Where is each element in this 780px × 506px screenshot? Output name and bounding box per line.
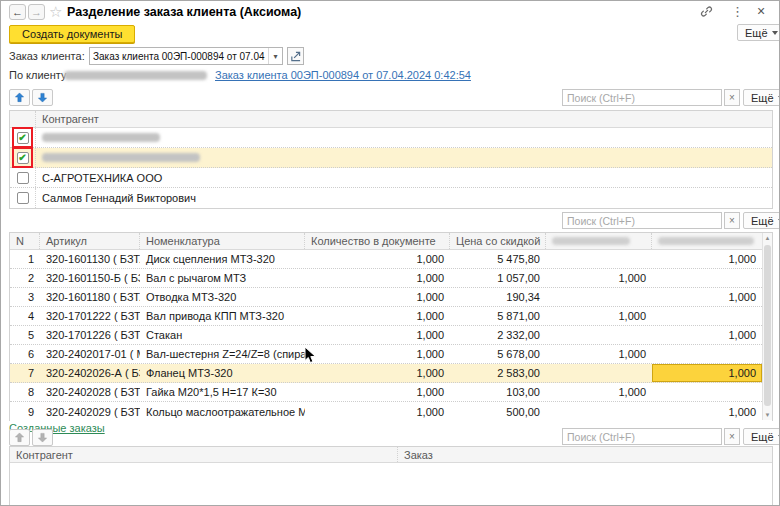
contractor-name-cell: С-АГРОТЕХНИКА ООО — [36, 168, 772, 187]
cell-nomenclature: Вал привода КПП МТЗ-320 — [140, 307, 305, 325]
cell-n: 9 — [10, 402, 40, 421]
column-header-contractor: Контрагент — [10, 447, 398, 462]
move-up-button[interactable] — [9, 89, 30, 106]
cell-contractor2-qty[interactable] — [652, 307, 762, 325]
arrow-down-icon — [37, 432, 48, 443]
window-menu-kebab-icon[interactable]: ⋮ — [731, 5, 744, 19]
cell-contractor1-qty[interactable] — [546, 326, 652, 344]
order-field-label: Заказ клиента: — [9, 50, 85, 62]
cell-contractor2-qty[interactable]: 1,000 — [652, 402, 762, 421]
cell-n: 7 — [10, 364, 40, 382]
cell-qty: 1,000 — [305, 288, 450, 306]
cell-contractor2-qty-active[interactable]: 1,000 — [652, 364, 762, 382]
cell-contractor1-qty[interactable] — [546, 288, 652, 306]
contractor-checkbox-unchecked[interactable] — [17, 192, 29, 204]
contractor-row[interactable]: С-АГРОТЕХНИКА ООО — [10, 168, 772, 188]
cell-price: 2 583,00 — [450, 364, 546, 382]
create-documents-button[interactable]: Создать документы — [9, 25, 135, 43]
cell-contractor2-qty[interactable] — [652, 383, 762, 401]
cell-qty: 1,000 — [305, 269, 450, 287]
cell-contractor2-qty[interactable] — [652, 269, 762, 287]
cell-price: 103,00 — [450, 383, 546, 401]
items-more-button[interactable]: Ещё — [743, 212, 780, 229]
created-orders-search-clear-button[interactable]: × — [724, 428, 740, 445]
favorite-star-icon[interactable]: ☆ — [49, 4, 62, 19]
get-link-icon[interactable] — [700, 5, 713, 20]
contractors-more-button[interactable]: Ещё — [743, 89, 780, 106]
scroll-down-icon[interactable]: ▼ — [763, 412, 772, 418]
contractor-checkbox-cell: ✔ — [10, 148, 36, 167]
items-search-input[interactable] — [562, 212, 722, 229]
cell-qty: 1,000 — [305, 345, 450, 363]
item-row[interactable]: 9 320-2402029 ( БЗТ... Кольцо маслоотраж… — [10, 402, 772, 421]
cell-article: 320-1601150-Б ( БЗ... — [40, 269, 140, 287]
order-link[interactable]: Заказ клиента 00ЭП-000894 от 07.04.2024 … — [215, 69, 471, 81]
cell-contractor1-qty[interactable]: 1,000 — [546, 345, 652, 363]
contractor-name-cell — [36, 148, 772, 167]
scroll-up-icon[interactable]: ▲ — [763, 235, 772, 241]
redacted-column-title — [658, 237, 754, 245]
cell-contractor2-qty[interactable]: 1,000 — [652, 288, 762, 306]
contractor-row[interactable]: Салмов Геннадий Викторович — [10, 188, 772, 208]
contractor-name-cell: Салмов Геннадий Викторович — [36, 188, 772, 208]
contractors-search-input[interactable] — [562, 89, 722, 106]
items-table-header: N Артикул Номенклатура Количество в доку… — [10, 233, 772, 250]
order-dropdown-button[interactable]: ▾ — [268, 48, 282, 64]
back-button[interactable]: ← — [9, 4, 26, 20]
page-title: Разделение заказа клиента (Аксиома) — [67, 5, 301, 19]
contractors-search-clear-button[interactable]: × — [724, 89, 740, 106]
cell-qty: 1,000 — [305, 250, 450, 268]
forward-icon: → — [31, 6, 42, 18]
items-table-scrollbar[interactable]: ▲ ▼ — [762, 233, 772, 420]
created-orders-more-button[interactable]: Ещё — [743, 428, 780, 445]
item-row[interactable]: 5 320-1701226 ( БЗТ... Стакан 1,000 2 33… — [10, 326, 772, 345]
checkbox-column-header — [10, 111, 36, 127]
move-down-button[interactable] — [32, 89, 53, 106]
contractor-row[interactable]: ✔ — [10, 148, 772, 168]
item-row-selected[interactable]: 7 320-2402026-А ( БЗ... Фланец МТЗ-320 1… — [10, 364, 772, 383]
column-header-nomenclature: Номенклатура — [140, 233, 305, 249]
customer-order-input[interactable] — [90, 48, 268, 64]
order-split-window: ← → ☆ Разделение заказа клиента (Аксиома… — [0, 0, 780, 506]
item-row[interactable]: 4 320-1701222 ( БЗТ... Вал привода КПП М… — [10, 307, 772, 326]
item-row[interactable]: 6 320-2402017-01 ( М... Вал-шестерня Z=2… — [10, 345, 772, 364]
contractor-checkbox-cell: ✔ — [10, 128, 36, 147]
item-row[interactable]: 8 320-2402028 ( БЗТ... Гайка М20*1,5 Н=1… — [10, 383, 772, 402]
cell-n: 4 — [10, 307, 40, 325]
created-orders-search-input[interactable] — [562, 428, 722, 445]
cell-price: 190,34 — [450, 288, 546, 306]
cell-contractor2-qty[interactable] — [652, 345, 762, 363]
created-move-down-button[interactable] — [32, 429, 53, 446]
more-button-top[interactable]: Ещё — [737, 24, 780, 41]
cell-contractor1-qty[interactable]: 1,000 — [546, 383, 652, 401]
close-icon[interactable]: × — [757, 3, 765, 19]
item-row[interactable]: 3 320-1601180 ( БЗТ... Отводка МТЗ-320 1… — [10, 288, 772, 307]
contractor-checkbox-cell — [10, 168, 36, 187]
customer-order-field: ▾ — [89, 47, 283, 65]
scrollbar-thumb[interactable] — [764, 245, 771, 406]
created-orders-table: Контрагент Заказ — [9, 446, 773, 506]
cell-contractor1-qty[interactable]: 1,000 — [546, 307, 652, 325]
cell-contractor2-qty[interactable]: 1,000 — [652, 250, 762, 268]
cell-nomenclature: Отводка МТЗ-320 — [140, 288, 305, 306]
arrow-up-icon — [14, 92, 25, 103]
cell-nomenclature: Вал с рычагом МТЗ — [140, 269, 305, 287]
cell-contractor1-qty[interactable]: 1,000 — [546, 269, 652, 287]
forward-button[interactable]: → — [28, 4, 45, 20]
column-header-article: Артикул — [40, 233, 140, 249]
item-row[interactable]: 1 320-1601130 ( БЗТ... Диск сцепления МТ… — [10, 250, 772, 269]
cell-contractor1-qty[interactable] — [546, 250, 652, 268]
open-order-button[interactable] — [287, 47, 304, 65]
created-move-up-button[interactable] — [9, 429, 30, 446]
contractor-row[interactable]: ✔ — [10, 128, 772, 148]
item-row[interactable]: 2 320-1601150-Б ( БЗ... Вал с рычагом МТ… — [10, 269, 772, 288]
contractor-checkbox-checked[interactable]: ✔ — [17, 132, 29, 144]
cell-contractor1-qty[interactable] — [546, 402, 652, 421]
cell-contractor1-qty[interactable] — [546, 364, 652, 382]
contractor-checkbox-unchecked[interactable] — [17, 172, 29, 184]
items-search-clear-button[interactable]: × — [724, 212, 740, 229]
contractor-checkbox-checked[interactable]: ✔ — [17, 152, 29, 164]
cell-contractor2-qty[interactable]: 1,000 — [652, 326, 762, 344]
created-orders-table-header: Контрагент Заказ — [10, 447, 772, 463]
cell-article: 320-2402026-А ( БЗ... — [40, 364, 140, 382]
